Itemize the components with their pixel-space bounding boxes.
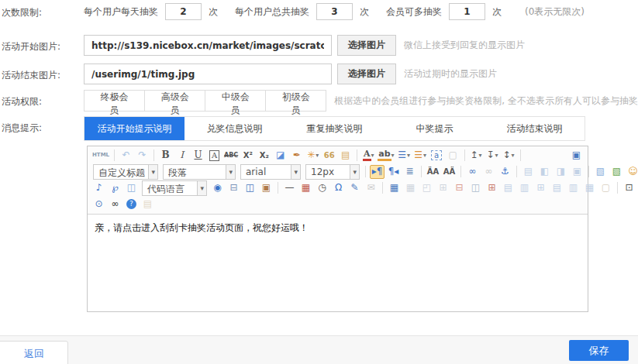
superscript-icon[interactable]: X²: [240, 149, 255, 163]
paragraph-spacing-bottom-icon[interactable]: ↧▾: [485, 149, 500, 163]
split-to-cols-icon: ▥: [566, 181, 581, 195]
save-button[interactable]: 保存: [569, 340, 629, 361]
tab-activity-end-note[interactable]: 活动结束说明: [485, 117, 585, 140]
start-image-url-input[interactable]: [84, 35, 332, 56]
help-icon[interactable]: ?: [124, 197, 139, 211]
message-tabs: 活动开始提示说明兑奖信息说明重复抽奖说明中奖提示活动结束说明: [84, 116, 585, 141]
paste-plain-icon[interactable]: ▤: [338, 149, 353, 163]
chevron-down-icon: ▾: [495, 152, 498, 159]
code-language-select[interactable]: 代码语言▾: [142, 180, 207, 196]
edit-comment-icon[interactable]: ✎: [347, 181, 362, 195]
emotion-icon[interactable]: ☺: [626, 165, 638, 179]
per-day-draws-input[interactable]: [165, 3, 202, 20]
member-junior-button[interactable]: 初级会员: [265, 90, 326, 112]
blockquote-icon[interactable]: 66: [322, 149, 336, 163]
insert-date-icon[interactable]: ▦: [298, 181, 313, 195]
insert-row-icon[interactable]: ⊟: [452, 181, 467, 195]
tab-win-prompt[interactable]: 中奖提示: [385, 117, 485, 140]
chevron-down-icon: ▾: [148, 165, 157, 179]
link-icon[interactable]: ∞: [465, 165, 480, 179]
chevron-down-icon: ▾: [226, 165, 235, 179]
underline-icon[interactable]: U: [191, 149, 205, 163]
member-senior-button[interactable]: 高级会员: [144, 90, 205, 112]
back-button[interactable]: 返回: [0, 341, 68, 364]
tab-activity-start-note[interactable]: 活动开始提示说明: [84, 117, 185, 140]
ordered-list-icon[interactable]: ☰▾: [397, 149, 412, 163]
insert-title-row-icon: ⊞: [436, 181, 450, 195]
preview-icon[interactable]: ⊙: [91, 197, 106, 211]
paragraph-spacing-top-icon[interactable]: ↥▾: [469, 149, 484, 163]
editor-content-area[interactable]: 亲，请点击进入刮刮卡抽奖活动页面，祝您好运哦！: [88, 215, 588, 311]
member-middle-button[interactable]: 中级会员: [205, 90, 266, 112]
line-height-icon[interactable]: ↕▾: [502, 149, 516, 163]
insert-music-icon[interactable]: ♪: [91, 181, 106, 195]
insert-map-icon[interactable]: ◫: [124, 181, 139, 195]
font-color-icon[interactable]: A▾: [361, 149, 376, 163]
insert-image-icon[interactable]: ▧: [593, 165, 608, 179]
ltr-paragraph-icon[interactable]: ▸¶: [370, 165, 385, 179]
member-extra-draws-suffix: 次: [492, 5, 502, 19]
member-ultimate-button[interactable]: 终极会员: [84, 90, 145, 112]
start-image-row: 活动开始图片: 选择图片 微信上接受到回复的显示图片: [2, 35, 638, 55]
chevron-down-icon: ▾: [197, 181, 206, 195]
font-size-select[interactable]: 12px▾: [305, 164, 360, 180]
bold-icon[interactable]: B: [158, 149, 173, 163]
rtl-paragraph-icon[interactable]: ¶◂: [386, 165, 401, 179]
total-draws-input[interactable]: [316, 3, 353, 20]
italic-icon[interactable]: I: [174, 149, 189, 163]
special-chars-icon[interactable]: Ω: [331, 181, 346, 195]
start-image-hint: 微信上接受到回复的显示图片: [404, 39, 525, 52]
paragraph-select[interactable]: 段落▾: [163, 164, 236, 180]
to-uppercase-icon[interactable]: ÄA: [426, 165, 440, 179]
unordered-list-icon[interactable]: ☰▾: [413, 149, 428, 163]
anchor-icon[interactable]: ⚓: [498, 165, 512, 179]
tab-redeem-info-note[interactable]: 兑奖信息说明: [185, 117, 285, 140]
print-icon[interactable]: ⊡: [622, 181, 636, 195]
toolbar-separator: [520, 149, 521, 161]
delete-row-icon[interactable]: ⊞: [485, 181, 499, 195]
attachment-icon[interactable]: ℘: [108, 181, 122, 195]
message-row: 消息提示: 活动开始提示说明兑奖信息说明重复抽奖说明中奖提示活动结束说明: [2, 116, 638, 141]
toolbar-separator: [421, 166, 422, 177]
chevron-down-icon: ▾: [423, 152, 426, 159]
text-indent-icon[interactable]: ≣: [402, 165, 417, 179]
delete-table-icon: ▦: [403, 181, 418, 195]
image-manager-icon[interactable]: ▧: [609, 165, 624, 179]
member-extra-draws-input[interactable]: [449, 3, 485, 20]
bordered-text-icon[interactable]: A: [207, 149, 222, 163]
limits-fields: 每个用户每天抽奖次每个用户总共抽奖次会员可多抽奖次(0表示无限次): [84, 2, 585, 20]
end-image-url-input[interactable]: [84, 64, 332, 84]
tab-repeat-draw-note[interactable]: 重复抽奖说明: [285, 117, 385, 140]
insert-table-icon[interactable]: ▦: [387, 181, 402, 195]
format-brush-icon[interactable]: ✒: [289, 149, 304, 163]
start-image-pick-button[interactable]: 选择图片: [337, 35, 396, 56]
insert-time-icon[interactable]: ◷: [315, 181, 329, 195]
toolbar-row: 自定义标题▾段落▾arial▾12px▾▸¶¶◂≣ÄAAÄ∞∞⚓▤◧◨▣▧▧☺✎…: [89, 163, 586, 180]
image-align-right-icon: ◨: [554, 165, 568, 179]
find-replace-icon[interactable]: ∞: [108, 197, 122, 211]
insert-code-icon[interactable]: ◉: [210, 181, 225, 195]
strikethrough-icon[interactable]: ABC: [223, 149, 239, 163]
remove-format-icon[interactable]: ◪: [273, 149, 288, 163]
custom-title-select[interactable]: 自定义标题▾: [93, 164, 158, 180]
html-source-icon[interactable]: HTML: [91, 149, 110, 163]
fullscreen-icon[interactable]: ▣: [569, 149, 584, 163]
font-select[interactable]: arial▾: [240, 164, 301, 180]
insert-frame-icon[interactable]: ⊟: [226, 181, 241, 195]
highlight-color-icon[interactable]: ab▾: [378, 149, 395, 163]
split-columns-icon[interactable]: ◫: [243, 181, 257, 195]
per-day-draws-label: 每个用户每天抽奖: [84, 5, 158, 19]
to-lowercase-icon[interactable]: AÄ: [442, 165, 457, 179]
chevron-down-icon: ▾: [407, 152, 410, 159]
subscript-icon[interactable]: X₂: [257, 149, 271, 163]
start-image-label: 活动开始图片:: [2, 35, 84, 53]
auto-typeset-icon[interactable]: ✳▾: [305, 149, 320, 163]
anchor-box-icon[interactable]: a: [429, 149, 444, 163]
screen-capture-icon[interactable]: ▣: [259, 181, 274, 195]
toolbar-row: HTML↶↷BIUAABCX²X₂◪✒✳▾66▤A▾ab▾☰▾☰▾a▢↥▾↧▾↕…: [89, 147, 586, 163]
horizontal-rule-icon[interactable]: —: [282, 181, 297, 195]
end-image-pick-button[interactable]: 选择图片: [337, 64, 396, 84]
per-day-draws-suffix: 次: [209, 5, 218, 19]
image-align-center-icon: ▣: [570, 165, 585, 179]
image-align-none-icon: ▤: [521, 165, 536, 179]
